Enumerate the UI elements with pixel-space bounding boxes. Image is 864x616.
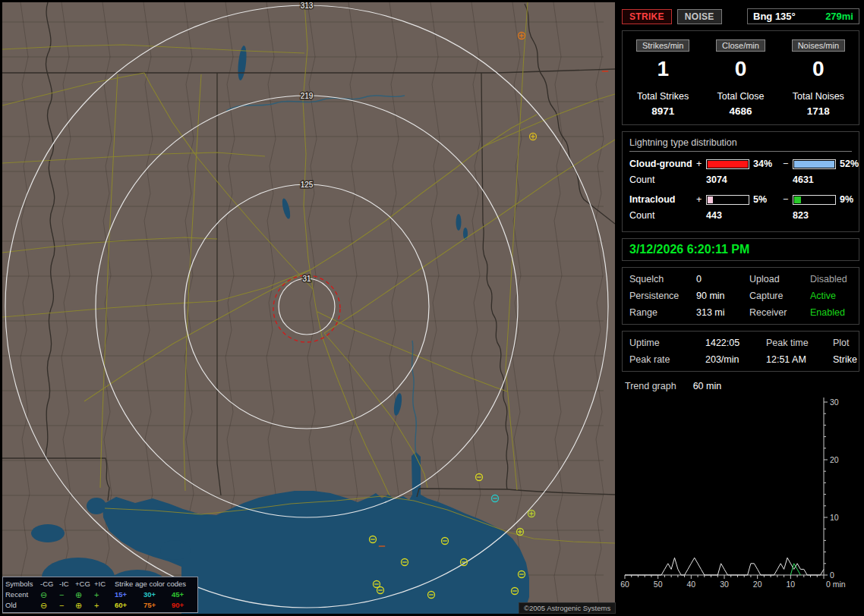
- cg-neg-percent: 52%: [836, 159, 859, 169]
- peak-time-label: Peak time: [766, 338, 833, 348]
- range-ring-label: 125: [301, 181, 314, 189]
- peak-rate-label: Peak rate: [629, 354, 705, 365]
- trend-window-value: 60 min: [693, 381, 722, 391]
- noises-column: Noises/min 0 Total Noises 1718: [780, 38, 857, 117]
- noises-per-min-chip[interactable]: Noises/min: [792, 39, 845, 52]
- ic-pos-symbol-icon: +: [94, 590, 115, 599]
- range-label: Range: [629, 307, 696, 318]
- upload-label: Upload: [749, 274, 810, 284]
- total-noises-label: Total Noises: [780, 91, 857, 102]
- age-15-label: 15+: [115, 589, 143, 600]
- ic-pos-count: 443: [706, 210, 749, 221]
- svg-text:10: 10: [830, 513, 839, 522]
- cg-pos-symbol-icon: ⊕: [75, 601, 94, 610]
- uptime-label: Uptime: [629, 338, 705, 348]
- copyright-notice: ©2005 Astrogenic Systems: [519, 602, 616, 614]
- rates-panel: Strikes/min 1 Total Strikes 8971 Close/m…: [622, 30, 859, 125]
- legend-col-cg-pos: +CG: [75, 579, 94, 589]
- strikes-per-min-chip[interactable]: Strikes/min: [636, 39, 689, 52]
- bearing-value: Bng 135°: [753, 11, 796, 22]
- squelch-label: Squelch: [629, 274, 696, 284]
- ic-neg-symbol-icon: −: [59, 590, 75, 599]
- squelch-value: 0: [696, 274, 749, 284]
- cg-neg-symbol-icon: ⊖: [40, 601, 59, 610]
- noises-per-min-value: 0: [780, 57, 857, 81]
- receiver-state: Enabled: [810, 307, 852, 318]
- cg-neg-symbol-icon: ⊖: [40, 590, 59, 599]
- map-canvas[interactable]: 31125219313: [2, 2, 615, 614]
- legend-old-row: Old ⊖ − ⊕ + 60+ 75+ 90+: [5, 600, 195, 611]
- plus-sign: +: [696, 159, 706, 169]
- sidebar: STRIKE NOISE Bng 135° 279mi Strikes/min …: [617, 0, 864, 616]
- lake: [31, 524, 65, 542]
- persistence-label: Persistence: [629, 291, 696, 301]
- distribution-title: Lightning type distribution: [629, 137, 852, 152]
- peak-rate-value: 203/min: [705, 354, 766, 365]
- ic-neg-count: 823: [793, 210, 836, 221]
- range-ring-label: 219: [301, 92, 314, 100]
- cg-pos-symbol-icon: ⊕: [75, 590, 94, 599]
- intracloud-count-row: Count 443 823: [629, 210, 852, 221]
- cg-pos-count: 3074: [706, 174, 749, 185]
- cloud-ground-row: Cloud-ground + 34% − 52%: [629, 159, 852, 169]
- total-close-label: Total Close: [702, 91, 779, 102]
- svg-text:20: 20: [830, 455, 839, 464]
- uptime-value: 1422:05: [705, 338, 766, 348]
- svg-text:30: 30: [720, 580, 729, 589]
- upload-state: Disabled: [810, 274, 852, 284]
- svg-text:50: 50: [654, 580, 663, 589]
- plot-value: Strike: [833, 354, 857, 365]
- distribution-panel: Lightning type distribution Cloud-ground…: [622, 131, 859, 232]
- lake: [456, 214, 462, 231]
- close-per-min-chip[interactable]: Close/min: [716, 39, 765, 52]
- legend-recent-label: Recent: [5, 589, 40, 600]
- close-per-min-value: 0: [702, 57, 779, 81]
- stormvue-window: 31125219313 Symbols -CG -IC +CG +IC Stri…: [0, 0, 864, 616]
- close-column: Close/min 0 Total Close 4686: [702, 38, 779, 117]
- strikes-per-min-value: 1: [624, 57, 702, 81]
- total-close-value: 4686: [702, 105, 779, 117]
- noise-button[interactable]: NOISE: [677, 9, 722, 24]
- svg-text:20: 20: [753, 580, 762, 589]
- receiver-label: Receiver: [749, 307, 810, 318]
- persistence-value: 90 min: [696, 291, 749, 301]
- capture-state: Active: [810, 291, 852, 301]
- cg-pos-percent: 34%: [749, 159, 783, 169]
- cloud-ground-label: Cloud-ground: [629, 159, 696, 169]
- intracloud-label: Intracloud: [629, 194, 696, 205]
- age-45-label: 45+: [172, 589, 199, 600]
- range-ring-label: 31: [302, 275, 311, 283]
- capture-label: Capture: [749, 291, 810, 301]
- lake: [160, 540, 191, 560]
- svg-text:0: 0: [830, 570, 834, 580]
- legend-col-ic-pos: +IC: [94, 579, 115, 589]
- cg-pos-gauge: [706, 159, 749, 169]
- strikes-column: Strikes/min 1 Total Strikes 8971: [624, 38, 702, 117]
- trend-graph: 30201006050403020100 min: [620, 394, 859, 595]
- count-label: Count: [629, 174, 696, 185]
- minus-sign: −: [783, 159, 793, 169]
- strike-button[interactable]: STRIKE: [622, 9, 672, 24]
- minus-sign: −: [783, 194, 793, 205]
- legend-title: Symbols: [5, 579, 40, 589]
- total-strikes-label: Total Strikes: [624, 91, 702, 102]
- ic-neg-gauge: [793, 195, 836, 205]
- range-value: 313 mi: [696, 307, 749, 318]
- trend-graph-label: Trend graph: [625, 381, 676, 391]
- map-view[interactable]: 31125219313 Symbols -CG -IC +CG +IC Stri…: [2, 2, 615, 614]
- age-75-label: 75+: [143, 600, 172, 611]
- ic-pos-symbol-icon: +: [94, 601, 115, 610]
- cg-neg-count: 4631: [793, 174, 836, 185]
- svg-text:0 min: 0 min: [826, 580, 846, 589]
- peak-time-value: 12:51 AM: [766, 354, 833, 365]
- status-panel: Uptime 1422:05 Peak time Plot Peak rate …: [622, 331, 859, 372]
- legend-col-ic-neg: -IC: [59, 579, 75, 589]
- total-noises-value: 1718: [780, 105, 857, 117]
- svg-text:40: 40: [686, 580, 695, 589]
- bearing-readout: Bng 135° 279mi: [747, 8, 859, 24]
- trend-header: Trend graph 60 min: [625, 381, 856, 391]
- legend-header-row: Symbols -CG -IC +CG +IC Strike age color…: [5, 579, 195, 589]
- lake: [87, 498, 106, 514]
- toolbar: STRIKE NOISE Bng 135° 279mi: [622, 8, 859, 24]
- legend-col-cg-neg: -CG: [40, 579, 59, 589]
